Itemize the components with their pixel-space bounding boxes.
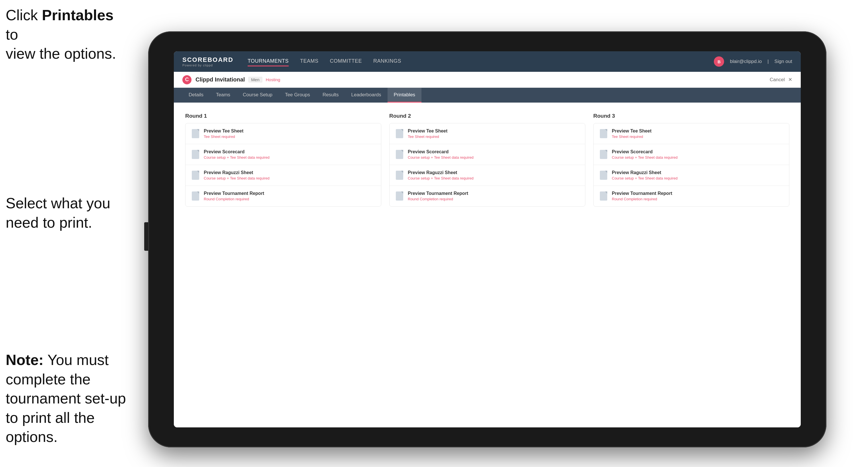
r3-report-subtitle: Round Completion required: [612, 197, 783, 201]
tablet-screen: SCOREBOARD Powered by clippd TOURNAMENTS…: [174, 51, 801, 427]
sub-header: C Clippd Invitational Men Hosting Cancel…: [174, 72, 801, 88]
round-1-title: Round 1: [185, 113, 381, 119]
r1-tournament-report[interactable]: Preview Tournament Report Round Completi…: [186, 186, 381, 206]
r2-report-subtitle: Round Completion required: [408, 197, 579, 201]
r3-tee-sheet[interactable]: Preview Tee Sheet Tee Sheet required: [594, 123, 789, 144]
r3-report-icon: [600, 191, 608, 201]
r1-scorecard-icon: [192, 150, 200, 160]
instruction-top: Click Printables toview the options.: [6, 6, 125, 64]
r2-tee-sheet[interactable]: Preview Tee Sheet Tee Sheet required: [390, 123, 585, 144]
round-2-column: Round 2 Preview Tee Sheet Tee Sheet requ…: [389, 113, 585, 207]
cancel-icon: ✕: [788, 76, 792, 83]
top-nav-links: TOURNAMENTS TEAMS COMMITTEE RANKINGS: [248, 57, 714, 66]
r1-tee-sheet-title: Preview Tee Sheet: [204, 128, 375, 134]
cancel-label: Cancel: [770, 77, 785, 83]
r2-report-title: Preview Tournament Report: [408, 191, 579, 196]
r2-tee-sheet-text: Preview Tee Sheet Tee Sheet required: [408, 128, 579, 139]
r2-tournament-report[interactable]: Preview Tournament Report Round Completi…: [390, 186, 585, 206]
note-bold: Note:: [6, 352, 43, 368]
r2-tee-sheet-title: Preview Tee Sheet: [408, 128, 579, 134]
tab-teams[interactable]: Teams: [210, 88, 237, 102]
cancel-button[interactable]: Cancel ✕: [770, 76, 792, 83]
r1-report-subtitle: Round Completion required: [204, 197, 375, 201]
tab-details[interactable]: Details: [182, 88, 210, 102]
r3-raguzzi-title: Preview Raguzzi Sheet: [612, 170, 783, 175]
tab-bar: Details Teams Course Setup Tee Groups Re…: [174, 88, 801, 102]
tab-course-setup[interactable]: Course Setup: [237, 88, 279, 102]
sign-out-link[interactable]: Sign out: [775, 59, 792, 64]
r1-tee-sheet-subtitle: Tee Sheet required: [204, 134, 375, 139]
r1-scorecard-subtitle: Course setup + Tee Sheet data required: [204, 155, 375, 160]
r3-raguzzi-text: Preview Raguzzi Sheet Course setup + Tee…: [612, 170, 783, 180]
r3-tee-sheet-subtitle: Tee Sheet required: [612, 134, 783, 139]
main-content: Round 1 Preview Tee Sheet Tee Sheet requ…: [174, 102, 801, 427]
r2-report-text: Preview Tournament Report Round Completi…: [408, 191, 579, 201]
r1-scorecard-title: Preview Scorecard: [204, 149, 375, 154]
r2-raguzzi-title: Preview Raguzzi Sheet: [408, 170, 579, 175]
r2-raguzzi-icon: [396, 171, 404, 180]
r1-tee-sheet-text: Preview Tee Sheet Tee Sheet required: [204, 128, 375, 139]
logo-main: SCOREBOARD: [182, 56, 234, 64]
instruction-mid: Select what youneed to print.: [6, 194, 110, 232]
r1-raguzzi-text: Preview Raguzzi Sheet Course setup + Tee…: [204, 170, 375, 180]
round-1-card: Preview Tee Sheet Tee Sheet required Pre…: [185, 123, 381, 207]
r1-tee-sheet-icon: [192, 129, 200, 139]
r1-tee-sheet[interactable]: Preview Tee Sheet Tee Sheet required: [186, 123, 381, 144]
round-2-card: Preview Tee Sheet Tee Sheet required Pre…: [389, 123, 585, 207]
r2-scorecard-icon: [396, 150, 404, 160]
r3-tournament-report[interactable]: Preview Tournament Report Round Completi…: [594, 186, 789, 206]
r2-raguzzi-text: Preview Raguzzi Sheet Course setup + Tee…: [408, 170, 579, 180]
r3-scorecard-text: Preview Scorecard Course setup + Tee She…: [612, 149, 783, 160]
r2-report-icon: [396, 191, 404, 201]
r2-tee-sheet-subtitle: Tee Sheet required: [408, 134, 579, 139]
r3-scorecard-icon: [600, 150, 608, 160]
r1-scorecard-text: Preview Scorecard Course setup + Tee She…: [204, 149, 375, 160]
nav-separator: |: [767, 59, 769, 64]
tab-leaderboards[interactable]: Leaderboards: [345, 88, 388, 102]
r1-report-title: Preview Tournament Report: [204, 191, 375, 196]
r3-raguzzi[interactable]: Preview Raguzzi Sheet Course setup + Tee…: [594, 165, 789, 186]
r2-raguzzi-subtitle: Course setup + Tee Sheet data required: [408, 176, 579, 180]
user-email: blair@clippd.io: [730, 59, 762, 64]
r3-report-text: Preview Tournament Report Round Completi…: [612, 191, 783, 201]
tournament-badge: Men: [248, 76, 262, 83]
tournament-name: Clippd Invitational: [195, 76, 245, 83]
r1-raguzzi-icon: [192, 171, 200, 180]
printables-bold: Printables: [42, 7, 114, 23]
r3-scorecard-title: Preview Scorecard: [612, 149, 783, 154]
instruction-bottom: Note: You mustcomplete thetournament set…: [6, 350, 143, 447]
nav-teams[interactable]: TEAMS: [300, 57, 318, 66]
tablet-device: SCOREBOARD Powered by clippd TOURNAMENTS…: [148, 31, 827, 447]
nav-rankings[interactable]: RANKINGS: [373, 57, 401, 66]
r2-scorecard-text: Preview Scorecard Course setup + Tee She…: [408, 149, 579, 160]
r1-report-text: Preview Tournament Report Round Completi…: [204, 191, 375, 201]
nav-tournaments[interactable]: TOURNAMENTS: [248, 57, 289, 66]
nav-committee[interactable]: COMMITTEE: [330, 57, 362, 66]
tab-results[interactable]: Results: [316, 88, 345, 102]
r2-scorecard[interactable]: Preview Scorecard Course setup + Tee She…: [390, 144, 585, 165]
tab-printables[interactable]: Printables: [388, 88, 422, 102]
tournament-status: Hosting: [266, 77, 280, 82]
top-nav: SCOREBOARD Powered by clippd TOURNAMENTS…: [174, 51, 801, 72]
r2-scorecard-title: Preview Scorecard: [408, 149, 579, 154]
r1-raguzzi[interactable]: Preview Raguzzi Sheet Course setup + Tee…: [186, 165, 381, 186]
tablet-side-button: [144, 222, 148, 251]
scoreboard-logo: SCOREBOARD Powered by clippd: [182, 56, 234, 67]
top-nav-right: B blair@clippd.io | Sign out: [714, 56, 792, 67]
user-avatar: B: [714, 56, 724, 67]
round-3-column: Round 3 Preview Tee Sheet Tee Sheet requ…: [593, 113, 789, 207]
r1-scorecard[interactable]: Preview Scorecard Course setup + Tee She…: [186, 144, 381, 165]
r3-raguzzi-subtitle: Course setup + Tee Sheet data required: [612, 176, 783, 180]
rounds-grid: Round 1 Preview Tee Sheet Tee Sheet requ…: [185, 113, 789, 207]
r3-scorecard[interactable]: Preview Scorecard Course setup + Tee She…: [594, 144, 789, 165]
round-1-column: Round 1 Preview Tee Sheet Tee Sheet requ…: [185, 113, 381, 207]
r1-report-icon: [192, 191, 200, 201]
r3-scorecard-subtitle: Course setup + Tee Sheet data required: [612, 155, 783, 160]
logo-sub: Powered by clippd: [182, 64, 234, 67]
r2-raguzzi[interactable]: Preview Raguzzi Sheet Course setup + Tee…: [390, 165, 585, 186]
round-2-title: Round 2: [389, 113, 585, 119]
tab-tee-groups[interactable]: Tee Groups: [279, 88, 316, 102]
round-3-title: Round 3: [593, 113, 789, 119]
r2-tee-sheet-icon: [396, 129, 404, 139]
r1-raguzzi-title: Preview Raguzzi Sheet: [204, 170, 375, 175]
